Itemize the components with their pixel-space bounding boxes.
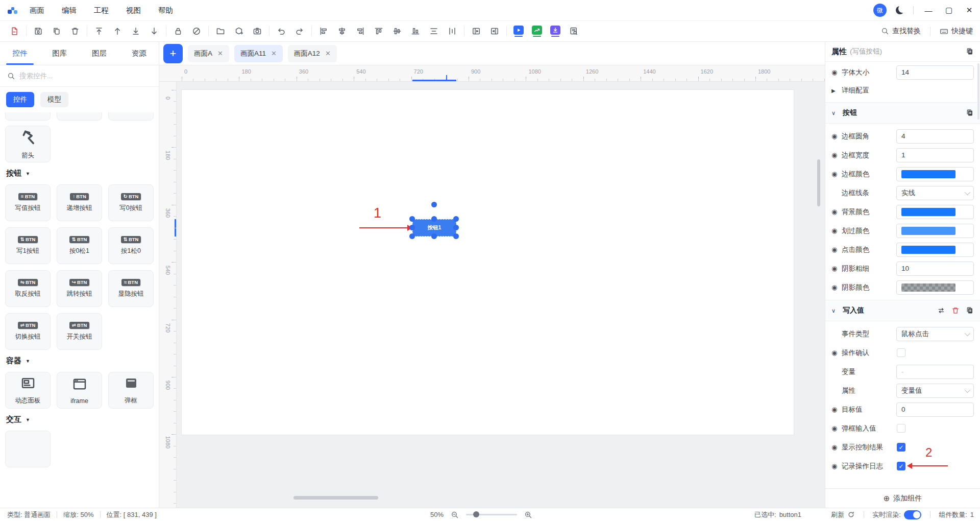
menu-视图[interactable]: 视图 — [126, 6, 141, 15]
event-type-select[interactable]: 鼠标点击 — [896, 327, 974, 341]
bind-target-icon[interactable]: ◉ — [831, 246, 842, 253]
widget-card-写1按钮[interactable]: ⇅BTN写1按钮 — [5, 227, 51, 264]
bind-target-icon[interactable]: ◉ — [831, 265, 842, 272]
widget-card-开关按钮[interactable]: ⇌BTN开关按钮 — [57, 313, 102, 350]
chevron-down-icon[interactable]: ∨ — [831, 110, 843, 116]
bind-target-icon[interactable]: ◉ — [831, 170, 842, 178]
hide-icon[interactable] — [187, 23, 206, 39]
camera-icon[interactable] — [248, 23, 266, 39]
panel-left-icon[interactable] — [467, 23, 485, 39]
selection-handle[interactable] — [431, 233, 437, 239]
menu-工程[interactable]: 工程 — [94, 6, 109, 15]
widget-card-clipped[interactable] — [5, 112, 51, 121]
close-icon[interactable]: ✕ — [217, 50, 223, 57]
preview-icon[interactable] — [509, 23, 528, 39]
align-left-icon[interactable] — [314, 23, 333, 39]
widget-search[interactable] — [0, 65, 159, 87]
move-down-icon[interactable] — [145, 23, 163, 39]
widget-card-clipped[interactable] — [57, 112, 102, 121]
selection-handle[interactable] — [409, 216, 415, 222]
lock-icon[interactable] — [169, 23, 187, 39]
move-bottom-icon[interactable] — [127, 23, 145, 39]
selection-handle[interactable] — [453, 216, 459, 222]
realtime-toggle[interactable] — [904, 510, 921, 519]
widget-card-iframe[interactable]: iframe — [57, 372, 102, 409]
widget-card-写0按钮[interactable]: ↻BTN写0按钮 — [108, 184, 154, 221]
widget-card-取反按钮[interactable]: ⇋BTN取反按钮 — [5, 270, 51, 307]
sidebar-tab-图层[interactable]: 图层 — [80, 42, 119, 65]
chevron-down-icon[interactable]: ∨ — [831, 307, 843, 314]
bind-target-icon[interactable]: ◉ — [831, 151, 842, 159]
chevron-right-icon[interactable]: ▶ — [831, 88, 842, 93]
distribute-h-icon[interactable] — [443, 23, 461, 39]
import-icon[interactable] — [546, 23, 565, 39]
copy-icon[interactable] — [47, 23, 66, 39]
undo-icon[interactable] — [272, 23, 290, 39]
maximize-button[interactable]: ▢ — [943, 6, 954, 15]
bind-target-icon[interactable]: ◉ — [831, 406, 842, 413]
hover-color-swatch[interactable] — [896, 224, 974, 238]
shortcuts-button[interactable]: 快捷键 — [940, 27, 973, 36]
widget-card-clipped[interactable] — [108, 112, 154, 121]
log-record-checkbox[interactable]: ✓ — [897, 462, 905, 470]
sidebar-tab-控件[interactable]: 控件 — [0, 42, 40, 65]
zoom-out-icon[interactable] — [451, 511, 459, 519]
widget-card-切换按钮[interactable]: ⇌BTN切换按钮 — [5, 313, 51, 350]
selection-handle[interactable] — [431, 216, 437, 222]
minimize-button[interactable]: — — [923, 6, 934, 15]
align-bottom-icon[interactable] — [406, 23, 425, 39]
selection-handle[interactable] — [409, 225, 415, 230]
swap-icon[interactable] — [937, 306, 945, 315]
border-radius-input[interactable]: 4 — [896, 129, 974, 144]
widget-card-显隐按钮[interactable]: ≈BTN显隐按钮 — [108, 270, 154, 307]
font-size-input[interactable]: 14 — [896, 65, 974, 80]
log-icon[interactable] — [565, 23, 583, 39]
component-add-icon[interactable] — [230, 23, 248, 39]
align-center-v-icon[interactable] — [333, 23, 351, 39]
stack-icon[interactable] — [966, 306, 974, 315]
redo-icon[interactable] — [290, 23, 309, 39]
add-screen-button[interactable]: + — [163, 44, 183, 63]
shadow-size-input[interactable]: 10 — [896, 262, 974, 276]
rotation-handle[interactable] — [431, 202, 437, 207]
widget-card-按1松0[interactable]: ⇅BTN按1松0 — [108, 227, 154, 264]
refresh-button[interactable]: 刷新 — [831, 510, 855, 519]
find-replace-button[interactable]: 查找替换 — [881, 27, 921, 36]
vertical-scrollbar[interactable] — [817, 159, 820, 206]
attribute-select[interactable]: 变量值 — [896, 384, 974, 398]
panel-right-icon[interactable] — [485, 23, 504, 39]
widget-card-弹框[interactable]: 弹框 — [108, 372, 154, 409]
screen-tab-画面A12[interactable]: 画面A12✕ — [288, 45, 337, 62]
widget-card-按0松1[interactable]: ⇅BTN按0松1 — [57, 227, 102, 264]
selection-handle[interactable] — [409, 233, 415, 239]
stack-icon[interactable] — [966, 109, 974, 117]
move-top-icon[interactable] — [90, 23, 108, 39]
bind-target-icon[interactable]: ◉ — [831, 283, 842, 291]
confirm-action-checkbox[interactable] — [897, 348, 905, 357]
file-new-icon[interactable] — [5, 23, 23, 39]
copy-stack-icon[interactable] — [966, 48, 974, 56]
bind-target-icon[interactable]: ◉ — [831, 424, 842, 432]
bind-target-icon[interactable]: ◉ — [831, 68, 842, 76]
align-center-h-icon[interactable] — [388, 23, 406, 39]
mode-pill-模型[interactable]: 模型 — [40, 92, 68, 107]
bind-target-icon[interactable]: ◉ — [831, 443, 842, 451]
border-color-swatch[interactable] — [896, 167, 974, 181]
bind-target-icon[interactable]: ◉ — [831, 227, 842, 234]
screen-tab-画面A[interactable]: 画面A✕ — [188, 45, 229, 62]
close-icon[interactable]: ✕ — [325, 50, 331, 57]
add-component-button[interactable]: ⊕ 添加组件 — [825, 488, 980, 508]
widget-card-跳转按钮[interactable]: ↪BTN跳转按钮 — [57, 270, 102, 307]
section-header-按钮[interactable]: 按钮▼ — [6, 169, 153, 178]
bind-target-icon[interactable]: ◉ — [831, 349, 842, 357]
zoom-slider-knob[interactable] — [473, 511, 479, 517]
folder-icon[interactable] — [211, 23, 230, 39]
border-line-select[interactable]: 实线 — [896, 186, 974, 200]
variable-input[interactable]: - — [896, 365, 974, 379]
zoom-in-icon[interactable] — [524, 511, 532, 519]
zoom-slider[interactable] — [466, 514, 517, 515]
mode-pill-控件[interactable]: 控件 — [6, 92, 34, 107]
popup-input-checkbox[interactable] — [897, 424, 905, 433]
section-header-交互[interactable]: 交互▼ — [6, 415, 153, 424]
close-button[interactable]: ✕ — [964, 6, 975, 15]
